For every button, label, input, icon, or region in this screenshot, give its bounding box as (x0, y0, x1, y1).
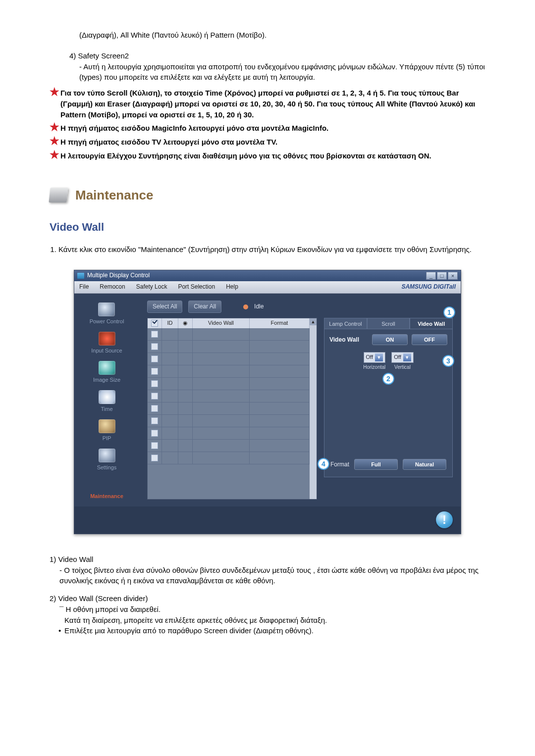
table-row[interactable] (148, 341, 310, 353)
safety-num: 4) (69, 51, 76, 60)
horizontal-dropdown[interactable]: Off▼ (364, 352, 385, 363)
row-checkbox[interactable] (151, 368, 158, 375)
vertical-dropdown[interactable]: Off▼ (391, 352, 413, 363)
menu-bar: File Remocon Safety Lock Port Selection … (74, 281, 461, 294)
row-checkbox[interactable] (151, 417, 158, 424)
format-natural-button[interactable]: Natural (403, 459, 446, 470)
format-full-button[interactable]: Full (354, 459, 398, 470)
menu-help[interactable]: Help (226, 283, 238, 291)
select-all-button[interactable]: Select All (147, 301, 182, 313)
col-videowall: Video Wall (193, 318, 250, 328)
table-row[interactable] (148, 452, 310, 464)
table-row[interactable] (148, 440, 310, 452)
row-checkbox[interactable] (151, 380, 158, 387)
scroll-up-icon[interactable]: ▲ (310, 318, 317, 325)
titlebar: Multiple Display Control _ □ × (74, 270, 461, 281)
checkbox-all[interactable] (151, 320, 158, 327)
sidebar-label-time: Time (101, 405, 112, 413)
star-note-1: Για τον τύπο Scroll (Κύλιση), το στοιχεί… (60, 89, 476, 119)
menu-remocon[interactable]: Remocon (100, 283, 125, 291)
chevron-down-icon: ▼ (375, 353, 383, 361)
table-row[interactable] (148, 415, 310, 427)
table-row[interactable] (148, 365, 310, 378)
maximize-button[interactable]: □ (437, 272, 447, 280)
sidebar-item-input[interactable]: Input Source (91, 332, 122, 355)
power-icon (98, 302, 115, 316)
callout-1: 1 (443, 306, 455, 318)
star-icon: ★ (50, 88, 59, 97)
table-row[interactable] (148, 390, 310, 403)
row-checkbox[interactable] (151, 355, 158, 362)
mdc-window: Multiple Display Control _ □ × File Remo… (74, 270, 461, 534)
star-note-3: Η πηγή σήματος εισόδου TV λειτουργεί μόν… (60, 138, 277, 146)
sidebar-item-pip[interactable]: PIP (99, 419, 115, 443)
menu-safety-lock[interactable]: Safety Lock (136, 283, 167, 291)
step-1: Κάντε κλικ στο εικονίδιο "Maintenance" (… (58, 244, 485, 255)
table-row[interactable] (148, 353, 310, 365)
row-checkbox[interactable] (151, 405, 158, 412)
def-2-line-1: ¯ Η οθόνη μπορεί να διαιρεθεί. (50, 604, 485, 615)
tab-lamp-control[interactable]: Lamp Control (324, 318, 367, 329)
row-checkbox[interactable] (151, 343, 158, 350)
app-icon (77, 273, 84, 279)
row-checkbox[interactable] (151, 331, 158, 338)
def-2-heading: 2) Video Wall (Screen divider) (50, 593, 485, 604)
table-row[interactable] (148, 403, 310, 415)
def-1-text: - Ο τοίχος βίντεο είναι ένα σύνολο οθονώ… (50, 565, 485, 587)
section-title-video-wall: Video Wall (50, 219, 485, 235)
tab-scroll[interactable]: Scroll (367, 318, 410, 329)
idle-indicator-icon (243, 304, 248, 309)
sidebar-item-settings[interactable]: Settings (97, 449, 117, 472)
def-1-heading: 1) Video Wall (50, 554, 485, 565)
col-format: Format (250, 318, 310, 328)
row-checkbox[interactable] (151, 430, 158, 437)
callout-2: 2 (382, 373, 394, 385)
row-checkbox[interactable] (151, 393, 158, 400)
table-row[interactable] (148, 328, 310, 341)
sidebar-item-time[interactable]: Time (99, 390, 115, 413)
info-icon[interactable]: ! (436, 511, 453, 528)
star-icon: ★ (50, 123, 59, 132)
table-row[interactable] (148, 378, 310, 390)
tab-video-wall[interactable]: Video Wall 1 (410, 318, 453, 329)
def-2-bullet: Επιλέξτε μια λειτουργία από το παράθυρο … (50, 625, 485, 636)
minimize-button[interactable]: _ (426, 272, 436, 280)
clear-all-button[interactable]: Clear All (188, 301, 221, 313)
idle-label: Idle (254, 302, 264, 311)
col-id: ID (162, 318, 178, 328)
menu-file[interactable]: File (79, 283, 89, 291)
pip-icon (99, 419, 115, 433)
time-icon (99, 390, 115, 404)
sidebar-item-image[interactable]: Image Size (93, 361, 120, 384)
sidebar-label-pip: PIP (103, 435, 111, 443)
video-wall-panel: Video Wall ON OFF 3 Off▼ Horizontal (324, 329, 453, 477)
menu-port-selection[interactable]: Port Selection (178, 283, 215, 291)
safety-heading: 4) Safety Screen2 (50, 50, 485, 61)
vertical-value: Off (394, 353, 401, 361)
close-button[interactable]: × (448, 272, 458, 280)
vertical-label: Vertical (394, 364, 411, 371)
image-size-icon (99, 361, 115, 375)
scrollbar[interactable]: ▲ (310, 318, 317, 499)
sidebar-item-maintenance[interactable]: Maintenance (90, 493, 123, 501)
video-wall-on-button[interactable]: ON (372, 334, 408, 345)
sidebar-item-power[interactable]: Power Control (90, 302, 124, 326)
video-wall-off-button[interactable]: OFF (412, 334, 447, 345)
row-checkbox[interactable] (151, 442, 158, 449)
sidebar-label-power: Power Control (90, 318, 124, 326)
sidebar-label-image: Image Size (93, 376, 120, 384)
chevron-down-icon: ▼ (403, 353, 411, 361)
input-source-icon (99, 332, 115, 346)
safety-title: Safety Screen2 (78, 51, 129, 60)
window-title: Multiple Display Control (87, 271, 423, 280)
format-label: Format (330, 460, 349, 469)
safety-body: - Αυτή η λειτουργία χρησιμοποιείται για … (50, 61, 485, 83)
tab-video-wall-label: Video Wall (418, 321, 445, 327)
horizontal-label: Horizontal (363, 364, 385, 371)
row-checkbox[interactable] (151, 454, 158, 461)
star-icon: ★ (50, 151, 59, 159)
sidebar-label-input: Input Source (91, 347, 122, 355)
table-row[interactable] (148, 427, 310, 440)
maintenance-icon (49, 188, 68, 202)
footer-strip: ! (74, 506, 461, 534)
